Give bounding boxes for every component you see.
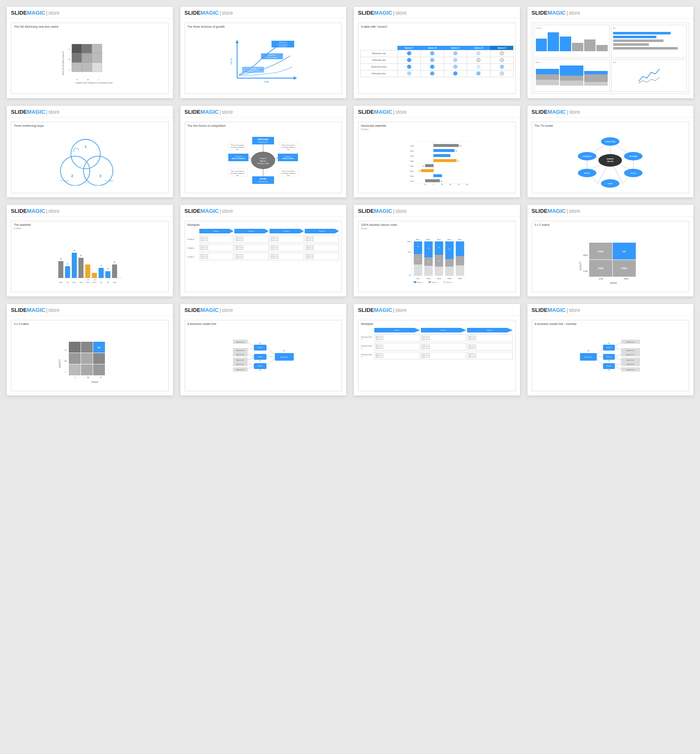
slide-title: Three reinforcing loops [11,122,168,128]
card-business-model-tree[interactable]: SLIDEMAGIC|store A business model tree R… [180,304,347,395]
card-workplan[interactable]: SLIDEMAGIC|store Workplan Phase 1 Phase … [180,205,347,296]
brand-slide: SLIDE [532,208,548,214]
svg-text:M: M [87,79,89,81]
brand-store: store [569,307,580,313]
svg-rect-237 [81,364,93,375]
svg-text:M: M [65,360,66,362]
slide-content: QUALITY SPEED H M L L M H [11,326,168,391]
svg-rect-174 [424,241,433,257]
brand-slide: SLIDE [185,109,201,115]
svg-text:L: L [75,377,76,379]
svg-text:HIGH: HIGH [624,278,628,280]
svg-text:You Support: You Support [104,180,114,182]
card-workplan-3phase[interactable]: SLIDEMAGIC|store Workplan Phase 1 Phase … [354,304,520,395]
cat-row-3: Category Space for textSpace for textSpa… [188,253,340,260]
svg-text:SPEED: SPEED [610,282,617,284]
svg-rect-229 [69,342,81,353]
slide-preview: The waterfall $ million 50 35 80 [11,221,169,292]
svg-rect-188 [456,241,464,256]
svg-text:0%: 0% [409,275,411,276]
svg-text:2019E: 2019E [447,278,452,280]
brand-magic: MAGIC [374,208,392,214]
card-ge-mckinsey[interactable]: SLIDEMAGIC|store The GE-McKinsey nine-bo… [7,7,173,98]
svg-text:Bargaining power: Bargaining power [259,141,268,143]
svg-line-243 [266,359,275,366]
svg-text:TIME: TIME [264,81,269,83]
slide-preview: A table with "moons" Option A Option B O… [358,23,516,94]
svg-text:LOW: LOW [599,278,603,280]
slide-title: The GE-McKinsey nine-box matrix [11,23,168,29]
card-7s-model[interactable]: SLIDEMAGIC|store The 7S model [528,106,694,197]
svg-text:38: 38 [428,247,430,249]
brand-store: store [395,109,407,115]
card-body: The GE-McKinsey nine-box matrix INDUSTRY… [7,18,173,98]
svg-text:40: 40 [441,180,443,182]
svg-rect-203 [428,281,431,283]
svg-text:COMPETITIVE STRENGTH OF BUSINE: COMPETITIVE STRENGTH OF BUSINESS UNIT [75,82,112,84]
card-3x3-matrix[interactable]: SLIDEMAGIC|store 3 x 3 matrix QUALITY SP… [7,304,173,395]
card-body: A business model tree Root Node Branch [180,316,347,395]
svg-text:2017E: 2017E [426,278,431,280]
svg-text:Branch: Branch [258,347,262,348]
svg-text:here: here [236,149,239,150]
svg-text:US: US [98,346,101,349]
card-2x2-matrix[interactable]: SLIDEMAGIC|store 2 x 2 matrix QUALITY SP… [528,205,694,296]
svg-rect-150 [99,268,104,278]
brand-logo: SLIDEMAGIC|store [185,307,233,313]
card-body: Workplan Phase 1 Phase 2 Phase 3 Phase 4… [180,217,347,296]
card-body: Workplan Phase 1 Phase 2 Phase 3 Categor… [354,316,520,395]
brand-sep: | [567,307,568,313]
svg-text:Branch: Branch [258,356,262,358]
svg-rect-106 [434,174,442,177]
card-charts-grid[interactable]: SLIDEMAGIC|store Column [528,7,694,98]
brand-store: store [48,109,60,115]
svg-rect-154 [112,264,117,278]
card-moons-table[interactable]: SLIDEMAGIC|store A table with "moons" Op… [354,7,520,98]
col-b: Option B [421,46,444,50]
svg-text:Branch: Branch [606,347,611,348]
phase-row: Phase 1 Phase 2 Phase 3 Phase 4 [199,229,340,233]
slide-title: 3 x 3 matrix [11,320,168,326]
card-business-model-tree-inverted[interactable]: SLIDEMAGIC|store A business model tree -… [528,304,694,395]
svg-marker-21 [294,76,297,80]
card-body: The five forces of competition RIVALRY A… [180,118,347,197]
brand-magic: MAGIC [548,208,566,214]
svg-text:$50m: $50m [426,239,430,241]
7s-svg: SHARED VALUES STRUCTURE STRATEGY SYSTEMS [575,133,646,188]
slide-title: The 7S model [532,122,689,128]
svg-text:2020E: 2020E [458,278,462,280]
brand-store: store [395,208,407,214]
svg-text:text, backup, explanation: text, backup, explanation [231,173,245,174]
svg-line-241 [266,348,275,355]
card-stacked-column[interactable]: SLIDEMAGIC|store 100% stacked column cha… [354,205,520,296]
svg-text:BUYER: BUYER [260,178,267,180]
svg-text:HORIZON II: HORIZON II [268,55,276,56]
svg-text:here: here [236,175,239,176]
card-five-forces[interactable]: SLIDEMAGIC|store The five forces of comp… [180,106,347,197]
svg-rect-140 [65,266,70,278]
slide-preview: 2 x 2 matrix QUALITY SPEED HIGH LOW LOW … [532,221,690,292]
phase3-2: Phase 2 [421,328,467,332]
brand-logo: SLIDEMAGIC|store [11,109,60,115]
brand-logo: SLIDEMAGIC|store [11,208,60,214]
svg-text:RIVALRY: RIVALRY [260,157,267,160]
svg-text:-40: -40 [86,279,89,281]
svg-text:SHARED: SHARED [607,158,614,160]
svg-text:60: 60 [458,184,460,186]
2x2-svg: QUALITY SPEED HIGH LOW LOW HIGH THEM US [578,234,643,285]
card-horizontal-waterfall[interactable]: SLIDEMAGIC|store Horizontal waterfall $ … [354,106,520,197]
card-three-horizons[interactable]: SLIDEMAGIC|store The three horizons of g… [180,7,347,98]
svg-text:35: 35 [67,263,69,265]
card-waterfall[interactable]: SLIDEMAGIC|store The waterfall $ million… [7,205,173,296]
svg-text:-20: -20 [418,170,421,172]
cat3-row-2: Category value 1 Space for textSpace for… [361,343,513,351]
brand-sep: | [46,208,47,214]
card-header: SLIDEMAGIC|store [180,205,347,217]
svg-text:50%: 50% [408,251,411,253]
card-reinforcing-loops[interactable]: SLIDEMAGIC|store Three reinforcing loops… [7,106,173,197]
svg-line-252 [248,354,254,357]
svg-text:THEM: THEM [621,267,627,270]
svg-text:Down: Down [93,282,97,283]
brand-magic: MAGIC [201,307,219,313]
slide-content: 50 35 80 60 -40 [11,230,168,292]
